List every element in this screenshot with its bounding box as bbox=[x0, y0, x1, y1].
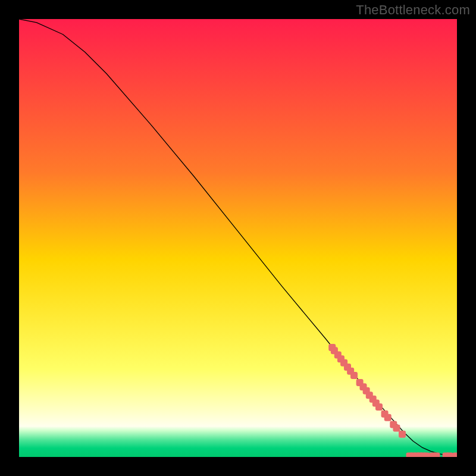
marker-point bbox=[375, 403, 383, 411]
marker-point bbox=[350, 372, 358, 379]
marker-point bbox=[422, 453, 430, 457]
marker-point bbox=[446, 453, 453, 457]
attribution-text: TheBottleneck.com bbox=[356, 2, 470, 18]
marker-point bbox=[453, 453, 457, 457]
marker-point bbox=[399, 431, 406, 438]
chart-svg bbox=[19, 19, 457, 457]
gradient-background bbox=[19, 19, 457, 457]
chart-root: TheBottleneck.com bbox=[0, 0, 476, 476]
plot-area bbox=[19, 19, 457, 457]
marker-point bbox=[433, 453, 440, 457]
marker-point bbox=[384, 414, 392, 421]
marker-point bbox=[393, 424, 400, 431]
